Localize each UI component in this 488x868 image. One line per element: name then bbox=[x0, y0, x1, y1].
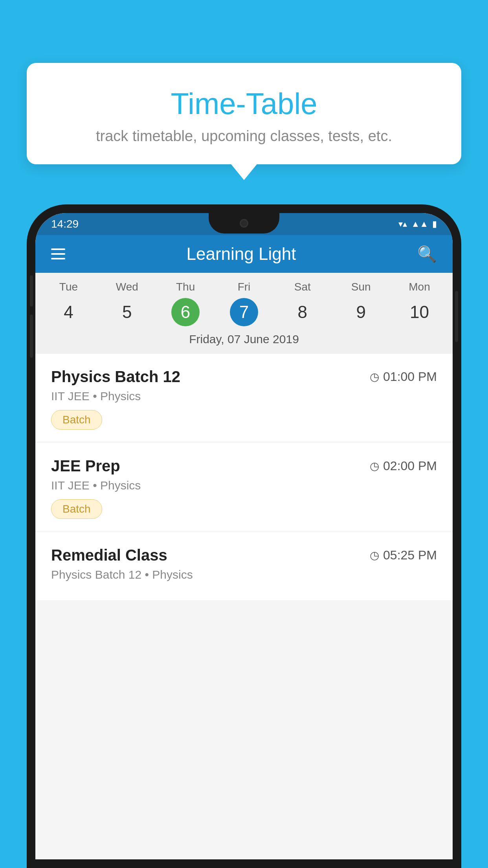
day-number: 4 bbox=[54, 298, 83, 326]
schedule-item-subtitle: Physics Batch 12 • Physics bbox=[51, 568, 437, 581]
calendar-days-row: Tue4Wed5Thu6Fri7Sat8Sun9Mon10 bbox=[35, 281, 453, 326]
day-number: 8 bbox=[288, 298, 317, 326]
calendar-day-fri[interactable]: Fri7 bbox=[220, 281, 268, 326]
volume-down-button[interactable] bbox=[30, 314, 33, 358]
schedule-item[interactable]: Remedial Class◷ 05:25 PMPhysics Batch 12… bbox=[35, 532, 453, 600]
schedule-item-header: JEE Prep◷ 02:00 PM bbox=[51, 457, 437, 475]
calendar-day-thu[interactable]: Thu6 bbox=[162, 281, 209, 326]
schedule-item[interactable]: Physics Batch 12◷ 01:00 PMIIT JEE • Phys… bbox=[35, 354, 453, 441]
phone-frame: 14:29 ▾▴ ▲▲ ▮ Learning Light 🔍 Tue4Wed5T… bbox=[27, 204, 461, 868]
hamburger-line-3 bbox=[51, 258, 65, 259]
clock-icon: ◷ bbox=[370, 370, 379, 383]
signal-icon: ▲▲ bbox=[411, 219, 428, 229]
calendar-day-sun[interactable]: Sun9 bbox=[338, 281, 385, 326]
schedule-item[interactable]: JEE Prep◷ 02:00 PMIIT JEE • PhysicsBatch bbox=[35, 443, 453, 531]
day-number: 5 bbox=[113, 298, 141, 326]
day-name-label: Fri bbox=[238, 281, 251, 293]
clock-icon: ◷ bbox=[370, 549, 379, 562]
schedule-item-time: ◷ 02:00 PM bbox=[370, 459, 437, 473]
hamburger-line-1 bbox=[51, 248, 65, 250]
batch-badge: Batch bbox=[51, 410, 102, 430]
schedule-item-time: ◷ 05:25 PM bbox=[370, 548, 437, 563]
schedule-list: Physics Batch 12◷ 01:00 PMIIT JEE • Phys… bbox=[35, 354, 453, 859]
volume-up-button[interactable] bbox=[30, 275, 33, 307]
clock-icon: ◷ bbox=[370, 460, 379, 473]
app-bar: Learning Light 🔍 bbox=[35, 235, 453, 273]
status-icons: ▾▴ ▲▲ ▮ bbox=[398, 219, 437, 229]
day-number: 9 bbox=[347, 298, 375, 326]
schedule-item-subtitle: IIT JEE • Physics bbox=[51, 479, 437, 492]
schedule-item-header: Physics Batch 12◷ 01:00 PM bbox=[51, 368, 437, 386]
status-time: 14:29 bbox=[51, 218, 79, 230]
schedule-item-title: JEE Prep bbox=[51, 457, 120, 475]
day-name-label: Thu bbox=[176, 281, 195, 293]
wifi-icon: ▾▴ bbox=[398, 219, 407, 229]
calendar-day-wed[interactable]: Wed5 bbox=[103, 281, 150, 326]
schedule-item-header: Remedial Class◷ 05:25 PM bbox=[51, 546, 437, 564]
tooltip-title: Time-Table bbox=[46, 86, 442, 121]
day-name-label: Sat bbox=[294, 281, 311, 293]
phone-screen: 14:29 ▾▴ ▲▲ ▮ Learning Light 🔍 Tue4Wed5T… bbox=[35, 213, 453, 859]
day-number: 7 bbox=[230, 298, 258, 326]
day-name-label: Wed bbox=[116, 281, 138, 293]
calendar-day-sat[interactable]: Sat8 bbox=[279, 281, 326, 326]
calendar-header: Tue4Wed5Thu6Fri7Sat8Sun9Mon10 Friday, 07… bbox=[35, 273, 453, 354]
phone-notch bbox=[209, 213, 279, 234]
day-number: 10 bbox=[405, 298, 433, 326]
day-name-label: Tue bbox=[59, 281, 78, 293]
front-camera bbox=[240, 219, 248, 228]
calendar-day-tue[interactable]: Tue4 bbox=[45, 281, 92, 326]
tooltip-subtitle: track timetable, upcoming classes, tests… bbox=[46, 128, 442, 145]
day-name-label: Mon bbox=[409, 281, 430, 293]
tooltip-card: Time-Table track timetable, upcoming cla… bbox=[27, 63, 461, 164]
battery-icon: ▮ bbox=[432, 219, 437, 229]
day-name-label: Sun bbox=[351, 281, 371, 293]
batch-badge: Batch bbox=[51, 499, 102, 519]
calendar-day-mon[interactable]: Mon10 bbox=[396, 281, 443, 326]
schedule-item-time: ◷ 01:00 PM bbox=[370, 370, 437, 384]
app-bar-title: Learning Light bbox=[187, 244, 296, 264]
search-icon[interactable]: 🔍 bbox=[417, 245, 437, 263]
schedule-item-title: Remedial Class bbox=[51, 546, 167, 564]
day-number: 6 bbox=[171, 298, 200, 326]
calendar-date-label: Friday, 07 June 2019 bbox=[35, 326, 453, 354]
hamburger-menu-button[interactable] bbox=[51, 248, 65, 259]
schedule-item-title: Physics Batch 12 bbox=[51, 368, 180, 386]
schedule-item-subtitle: IIT JEE • Physics bbox=[51, 390, 437, 403]
power-button[interactable] bbox=[455, 291, 458, 342]
hamburger-line-2 bbox=[51, 253, 65, 255]
